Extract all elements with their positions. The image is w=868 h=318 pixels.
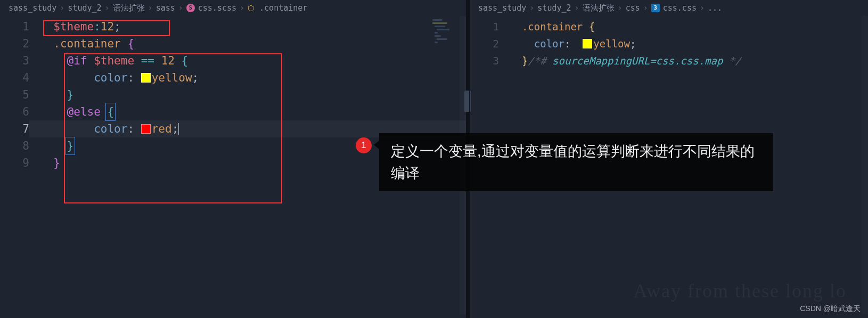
- breadcrumb-item[interactable]: study_2: [68, 3, 101, 13]
- bracket-highlight: }: [65, 137, 76, 155]
- chevron-right-icon: ›: [105, 3, 110, 13]
- line-gutter: 1 2 3: [470, 18, 499, 69]
- breadcrumb-item[interactable]: sass: [156, 3, 175, 13]
- bracket-highlight: {: [105, 103, 116, 121]
- code-line[interactable]: color: yellow;: [29, 69, 466, 86]
- scrollbar-vertical[interactable]: [862, 16, 868, 314]
- symbol-class-icon: ⬡: [248, 4, 256, 12]
- chevron-right-icon: ›: [643, 3, 648, 13]
- color-swatch-red[interactable]: [141, 124, 151, 134]
- sass-file-icon: S: [186, 4, 195, 12]
- annotation-callout: 1 定义一个变量,通过对变量值的运算判断来进行不同结果的编译: [356, 133, 773, 191]
- chevron-right-icon: ›: [700, 3, 705, 13]
- breadcrumb-item[interactable]: sass_study: [9, 3, 56, 13]
- cursor: [178, 123, 179, 135]
- line-number: 3: [470, 52, 499, 69]
- code-line[interactable]: $theme:12;: [29, 18, 466, 35]
- line-number: 6: [0, 103, 29, 120]
- breadcrumb-left[interactable]: sass_study› study_2› 语法扩张› sass› S css.s…: [0, 0, 466, 16]
- line-number: 2: [470, 35, 499, 52]
- code-line[interactable]: @if $theme == 12 {: [29, 52, 466, 69]
- breadcrumb-file[interactable]: css.css: [663, 3, 697, 13]
- line-number: 3: [0, 52, 29, 69]
- chevron-right-icon: ›: [618, 3, 623, 13]
- chevron-right-icon: ›: [60, 3, 64, 13]
- breadcrumb-file[interactable]: css.scss: [198, 3, 236, 13]
- code-line[interactable]: @else {: [29, 103, 466, 120]
- line-number: 2: [0, 35, 29, 52]
- annotation-pointer-icon: [374, 141, 379, 149]
- code-line[interactable]: }/*# sourceMappingURL=css.css.map */: [499, 52, 868, 69]
- breadcrumb-item[interactable]: 语法扩张: [113, 3, 145, 13]
- line-gutter: 1 2 3 4 5 6 7 8 9: [0, 18, 29, 172]
- breadcrumb-item[interactable]: css: [626, 3, 640, 13]
- line-number: 8: [0, 137, 29, 154]
- line-number: 4: [0, 69, 29, 86]
- watermark-text: CSDN @暗武逢天: [800, 304, 861, 314]
- chevron-right-icon: ›: [240, 3, 244, 13]
- color-swatch-yellow[interactable]: [141, 73, 151, 83]
- chevron-right-icon: ›: [575, 3, 579, 13]
- code-line[interactable]: .container {: [499, 18, 868, 35]
- chevron-right-icon: ›: [148, 3, 153, 13]
- background-text: Away from these long lo: [633, 280, 847, 302]
- breadcrumb-right[interactable]: sass_study› study_2› 语法扩张› css› 3 css.cs…: [470, 0, 868, 16]
- breadcrumb-item[interactable]: study_2: [537, 3, 571, 13]
- breadcrumb-item[interactable]: sass_study: [478, 3, 526, 13]
- line-number: 5: [0, 86, 29, 103]
- annotation-text: 定义一个变量,通过对变量值的运算判断来进行不同结果的编译: [379, 133, 773, 191]
- chevron-right-icon: ›: [529, 3, 534, 13]
- breadcrumb-symbol[interactable]: .container: [259, 3, 307, 13]
- line-number: 1: [470, 18, 499, 35]
- code-line[interactable]: color: yellow;: [499, 35, 868, 52]
- line-number: 9: [0, 154, 29, 172]
- code-line[interactable]: }: [29, 86, 466, 103]
- editor-right[interactable]: 1 2 3 .container { color: yellow; }/*# s…: [470, 16, 868, 69]
- code-area[interactable]: .container { color: yellow; }/*# sourceM…: [499, 18, 868, 69]
- breadcrumb-more[interactable]: ...: [708, 3, 722, 13]
- breadcrumb-item[interactable]: 语法扩张: [583, 3, 615, 13]
- line-number: 1: [0, 18, 29, 35]
- annotation-number-badge: 1: [356, 137, 372, 153]
- chevron-right-icon: ›: [178, 3, 183, 13]
- css-file-icon: 3: [651, 4, 660, 12]
- code-line[interactable]: .container {: [29, 35, 466, 52]
- color-swatch-yellow[interactable]: [583, 39, 592, 48]
- line-number: 7: [0, 120, 29, 137]
